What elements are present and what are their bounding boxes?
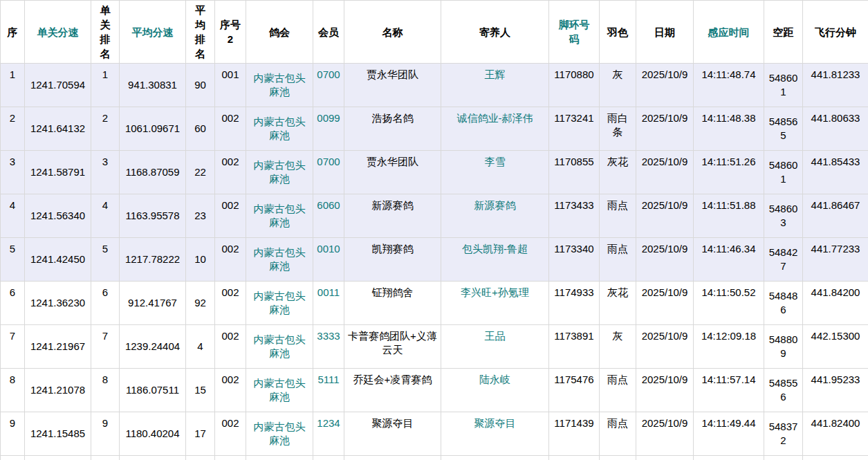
cell-single_speed: 1241.42450 [25,238,91,282]
cell-seq: 10 [1,456,25,460]
cell-clock_time: 14:11:57.14 [694,369,764,412]
cell-ring_number: 1173340 [549,238,600,282]
column-header-date: 日期 [636,1,694,64]
cell-seq2: 002 [215,456,246,460]
table-row: 71241.2196771239.244044002内蒙古包头麻池3333卡普赛… [1,325,868,369]
cell-clock_time: 14:11:51.26 [694,151,764,194]
cell-fly_minutes: 441.82400 [803,412,868,456]
cell-avg_rank: 15 [186,369,215,412]
cell-member: 3333 [313,325,344,369]
cell-ring_number: 1170855 [549,151,600,194]
cell-seq: 1 [1,64,25,107]
cell-fly_minutes: 441.81233 [803,64,868,107]
cell-member: 5111 [313,369,344,412]
cell-distance: 548601 [764,64,803,107]
cell-single_rank: 5 [91,238,120,282]
cell-seq2: 002 [215,194,246,238]
cell-date: 2025/10/9 [636,456,694,460]
column-header-name: 名称 [344,1,441,64]
cell-member: 0700 [313,151,344,194]
cell-name: 新源赛鸽 [344,194,441,238]
cell-seq: 4 [1,194,25,238]
cell-seq: 3 [1,151,25,194]
cell-single_rank: 8 [91,369,120,412]
cell-distance: 548603 [764,194,803,238]
cell-member: 0011 [313,282,344,325]
cell-feather_color: 雨点 [600,238,636,282]
cell-fly_minutes: 441.85433 [803,151,868,194]
column-header-member: 会员 [313,1,344,64]
column-header-seq: 序 [1,1,25,64]
cell-seq2: 002 [215,282,246,325]
cell-avg_speed: 1168.87059 [120,151,186,194]
cell-club: 内蒙古包头麻池 [246,238,313,282]
cell-clock_time: 14:11:49.44 [694,412,764,456]
cell-ring_number: 1173241 [549,107,600,151]
cell-date: 2025/10/9 [636,369,694,412]
cell-avg_rank: 90 [186,64,215,107]
cell-avg_speed: 1239.24404 [120,325,186,369]
cell-date: 2025/10/9 [636,151,694,194]
cell-feather_color: 灰花 [600,151,636,194]
cell-clock_time: 14:11:50.52 [694,282,764,325]
cell-single_speed: 1241.58791 [25,151,91,194]
cell-date: 2025/10/9 [636,107,694,151]
cell-feather_color: 灰花 [600,282,636,325]
cell-single_speed: 1241.56340 [25,194,91,238]
cell-name: 凯翔赛鸽 [344,238,441,282]
cell-avg_speed: 1217.78222 [120,238,186,282]
cell-avg_speed: 1180.40204 [120,412,186,456]
cell-date: 2025/10/9 [636,282,694,325]
cell-club: 内蒙古包头麻池 [246,282,313,325]
cell-single_speed: 1241.64132 [25,107,91,151]
cell-avg_rank: 23 [186,194,215,238]
cell-single_speed: 1241.21967 [25,325,91,369]
cell-ring_number: 1175476 [549,369,600,412]
cell-name: 贾永华团队 [344,64,441,107]
cell-date: 2025/10/9 [636,194,694,238]
column-header-single_speed: 单关分速 [25,1,91,64]
cell-name: 聚源夺目 [344,412,441,456]
table-row: 21241.6413221061.0967160002内蒙古包头麻池0099浩扬… [1,107,868,151]
cell-club: 内蒙古包头麻池 [246,325,313,369]
cell-name: 钲翔鸽舍 [344,282,441,325]
cell-distance: 548502 [764,456,803,460]
column-header-fosterer: 寄养人 [441,1,549,64]
cell-club: 内蒙古包头麻池 [246,412,313,456]
cell-avg_speed: 1180.34772 [120,456,186,460]
cell-clock_time: 14:11:51.88 [694,194,764,238]
cell-single_rank: 6 [91,282,120,325]
column-header-ring_number: 脚环号码 [549,1,600,64]
cell-clock_time: 14:11:48.74 [694,64,764,107]
cell-seq2: 002 [215,325,246,369]
cell-seq: 9 [1,412,25,456]
cell-feather_color: 雨点 [600,369,636,412]
race-results-table: 序单关分速单 关 排 名平均分速平 均 排 名序号2鸽会会员名称寄养人脚环号码羽… [0,0,868,460]
cell-seq: 7 [1,325,25,369]
cell-feather_color: 雨点 [600,194,636,238]
cell-seq2: 002 [215,369,246,412]
cell-seq: 5 [1,238,25,282]
table-row: 91241.1548591180.4020417002内蒙古包头麻池1234聚源… [1,412,868,456]
column-header-club: 鸽会 [246,1,313,64]
cell-avg_rank: 22 [186,151,215,194]
cell-member: 6060 [313,194,344,238]
cell-single_rank: 7 [91,325,120,369]
cell-name: 卡普赛鸽团队+义薄云天 [344,325,441,369]
cell-distance: 548601 [764,151,803,194]
cell-fly_minutes: 441.84200 [803,282,868,325]
cell-fly_minutes: 441.77233 [803,238,868,282]
cell-fosterer: 陆永岐 [441,369,549,412]
cell-single_rank: 9 [91,412,120,456]
cell-name: 利奥轩 [344,456,441,460]
cell-feather_color: 雨白条 [600,107,636,151]
cell-fosterer: 张金泉 [441,456,549,460]
cell-seq: 6 [1,282,25,325]
cell-fosterer: 诚信鸽业-郝泽伟 [441,107,549,151]
column-header-single_rank: 单 关 排 名 [91,1,120,64]
cell-distance: 548372 [764,412,803,456]
cell-member: 9999 [313,456,344,460]
cell-single_speed: 1241.70594 [25,64,91,107]
cell-ring_number: 1174363 [549,456,600,460]
cell-club: 内蒙古包头麻池 [246,107,313,151]
